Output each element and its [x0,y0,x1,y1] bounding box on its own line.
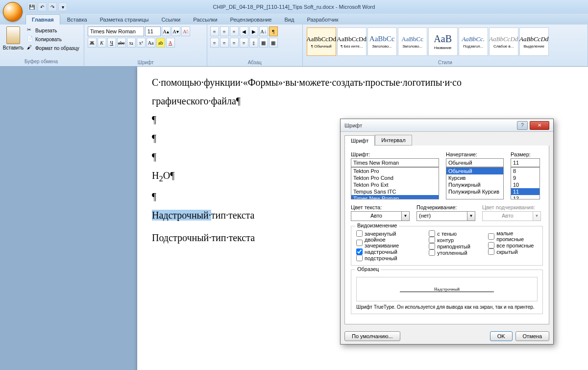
style-title[interactable]: AaBНазвание [428,27,458,56]
font-name-select[interactable]: Times New Roman [88,26,144,36]
list-item[interactable]: 8 [511,168,539,174]
list-item[interactable]: 12 [511,195,539,199]
button-cancel[interactable]: Отмена [515,331,549,341]
show-marks-button[interactable]: ¶ [269,26,278,36]
indent-inc-button[interactable]: ▶ [249,26,258,36]
tab-view[interactable]: Вид [279,15,300,25]
dialog-tab-interval[interactable]: Интервал [375,135,412,146]
chevron-down-icon[interactable]: ▼ [467,211,475,221]
copy-button[interactable]: 📄Копировать [25,35,81,43]
font-name-input[interactable] [351,158,439,167]
tab-insert[interactable]: Вставка [61,15,93,25]
clear-formatting-button[interactable]: Aͯ [181,26,190,36]
qat-undo-icon[interactable]: ↶ [38,2,47,11]
list-item[interactable]: Tekton Pro Cond [351,174,439,181]
font-color-button[interactable]: A [166,38,175,48]
chk-outline[interactable]: контур [429,237,478,243]
shrink-font-button[interactable]: A▾ [172,26,180,36]
size-list[interactable]: 8 9 10 11 12 [511,167,540,199]
chk-superscript[interactable]: надстрочный [356,248,419,255]
list-item[interactable]: 9 [511,174,539,181]
multilevel-button[interactable]: ≡ [230,26,239,36]
chk-emboss[interactable]: приподнятый [429,243,478,249]
list-item[interactable]: Полужирный Курсив [446,188,503,195]
text-color-combo[interactable]: Авто [351,211,402,221]
style-nospacing[interactable]: AaBbCcDd¶ Без инте... [337,27,367,56]
list-item[interactable]: Tekton Pro [351,168,439,174]
font-style-input[interactable] [446,158,504,167]
tab-review[interactable]: Рецензирование [224,15,278,25]
highlight-button[interactable]: ab [156,38,165,48]
chk-double-strike[interactable]: двойное зачеркивание [356,237,419,248]
sort-button[interactable]: A↓ [259,26,268,36]
chk-strike[interactable]: зачеркнутый [356,230,419,237]
font-size-select[interactable]: 11 [145,26,161,36]
button-default[interactable]: По умолчанию... [344,331,400,341]
borders-button[interactable]: ▦ [269,38,278,48]
tab-layout[interactable]: Разметка страницы [94,15,155,25]
tab-home[interactable]: Главная [25,14,60,25]
chk-engrave[interactable]: утопленный [429,249,478,256]
align-right-button[interactable]: ≡ [230,38,239,48]
window-title: CHIP_DE_04-18_PR_[110-114]_Tips Soft_ru.… [213,4,375,10]
style-normal[interactable]: AaBbCcDd¶ Обычный [307,27,336,56]
label-color: Цвет текста: [351,204,410,210]
line-spacing-button[interactable]: ‡ [249,38,258,48]
button-ok[interactable]: OK [490,331,513,341]
format-painter-button[interactable]: 🖌Формат по образцу [25,44,81,52]
shading-button[interactable]: ▦ [259,38,268,48]
style-emphasis[interactable]: AaBbCcDdВыделение [519,27,549,56]
dialog-tab-font[interactable]: Шрифт [344,135,375,146]
chevron-down-icon[interactable]: ▼ [402,211,410,221]
indent-dec-button[interactable]: ◀ [240,26,248,36]
style-heading1[interactable]: AaBbCcЗаголово... [368,27,397,56]
list-item[interactable]: 10 [511,181,539,188]
qat-save-icon[interactable]: 💾 [27,2,36,11]
list-item[interactable]: Tempus Sans ITC [351,188,439,195]
effects-group-title: Видоизменение [355,222,399,228]
chk-smallcaps[interactable]: малые прописные [488,230,538,242]
font-size-input[interactable] [511,158,540,167]
style-list[interactable]: Обычный Курсив Полужирный Полужирный Кур… [446,167,504,199]
grow-font-button[interactable]: A▴ [162,26,171,36]
list-item[interactable]: Tekton Pro Ext [351,181,439,188]
paste-button[interactable]: Вставить [3,26,24,50]
chk-hidden[interactable]: скрытый [488,248,538,255]
list-item[interactable]: Обычный [446,168,503,174]
style-subtle[interactable]: AaBbCcDdСлабое в... [489,27,518,56]
chk-subscript[interactable]: подстрочный [356,255,419,261]
list-item[interactable]: 11 [511,188,539,195]
label-underline: Подчеркивание: [416,204,475,210]
superscript-button[interactable]: x² [137,38,146,48]
align-left-button[interactable]: ≡ [210,38,219,48]
office-button[interactable] [3,2,23,22]
qat-customize-icon[interactable]: ▾ [58,2,67,11]
cut-button[interactable]: ✂Вырезать [25,26,81,34]
styles-gallery[interactable]: AaBbCcDd¶ Обычный AaBbCcDd¶ Без инте... … [306,26,585,57]
qat-redo-icon[interactable]: ↷ [48,2,57,11]
underline-combo[interactable]: (нет) [416,211,467,221]
align-center-button[interactable]: ≡ [220,38,229,48]
dialog-help-button[interactable]: ? [517,121,528,130]
change-case-button[interactable]: Aa [147,38,155,48]
style-subtitle[interactable]: AaBbCc.Подзагол... [459,27,488,56]
strike-button[interactable]: abc [117,38,126,48]
italic-button[interactable]: К [98,38,106,48]
tab-references[interactable]: Ссылки [155,15,186,25]
font-list[interactable]: Tekton Pro Tekton Pro Cond Tekton Pro Ex… [351,167,439,199]
numbering-button[interactable]: ≡ [220,26,229,36]
tab-developer[interactable]: Разработчик [301,15,344,25]
style-heading2[interactable]: AaBbCcЗаголово... [398,27,427,56]
chk-shadow[interactable]: с тенью [429,230,478,237]
list-item[interactable]: Times New Roman [351,195,439,199]
bold-button[interactable]: Ж [88,38,97,48]
list-item[interactable]: Курсив [446,174,503,181]
underline-button[interactable]: Ч [107,38,116,48]
dialog-close-button[interactable]: ✕ [530,121,549,130]
chk-allcaps[interactable]: все прописные [488,242,538,248]
align-justify-button[interactable]: ≡ [240,38,248,48]
bullets-button[interactable]: ≡ [210,26,219,36]
list-item[interactable]: Полужирный [446,181,503,188]
tab-mailings[interactable]: Рассылки [187,15,223,25]
subscript-button[interactable]: x₂ [127,38,136,48]
